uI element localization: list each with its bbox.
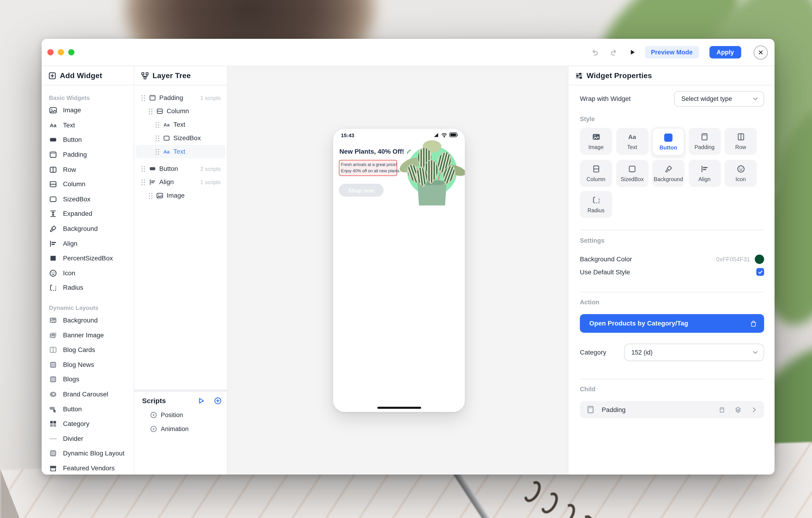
- phone-preview[interactable]: 15:43 New Plants, 40% Off! Fresh arrival…: [333, 129, 465, 412]
- scripts-count-badge: 1 scripts: [200, 179, 221, 185]
- tree-node-sizedbox[interactable]: SizedBox: [136, 131, 226, 145]
- sidebar-item-category[interactable]: Category: [42, 417, 134, 431]
- background-color-swatch[interactable]: [755, 254, 764, 264]
- drag-handle-icon[interactable]: [141, 165, 146, 172]
- apply-button[interactable]: Apply: [709, 46, 741, 58]
- script-item-animation[interactable]: Animation: [140, 425, 222, 433]
- sidebar-item-label: Brand Carousel: [63, 391, 108, 398]
- tree-node-text-selected[interactable]: Aa Text: [136, 145, 226, 158]
- sidebar-item-row[interactable]: Row: [42, 162, 134, 177]
- script-item-position[interactable]: Position: [140, 411, 222, 419]
- tree-node-column[interactable]: Column: [136, 104, 226, 118]
- padding-icon: [49, 151, 57, 159]
- child-section-label: Child: [580, 386, 764, 393]
- sidebar-item-percentsizedbox[interactable]: PercentSizedBox: [42, 251, 134, 266]
- sidebar-item-label: SizedBox: [63, 195, 90, 203]
- sidebar-item-banner-image[interactable]: Banner Image: [42, 328, 134, 343]
- sidebar-item-text[interactable]: Aa Text: [42, 118, 134, 133]
- redo-icon[interactable]: [609, 48, 618, 57]
- style-option-sizedbox[interactable]: SizedBox: [616, 160, 648, 187]
- style-option-padding[interactable]: Padding: [689, 128, 721, 155]
- script-item-label: Animation: [161, 425, 188, 433]
- close-traffic-light[interactable]: [48, 49, 54, 55]
- style-option-icon[interactable]: Icon: [725, 160, 757, 187]
- list-icon: [49, 449, 57, 458]
- wrap-widget-select-value: Select widget type: [681, 95, 732, 102]
- drag-handle-icon[interactable]: [148, 108, 153, 115]
- chevron-down-icon: [752, 96, 758, 102]
- sidebar-item-dyn-button[interactable]: Button: [42, 402, 134, 417]
- design-canvas[interactable]: 15:43 New Plants, 40% Off! Fresh arrival…: [228, 66, 568, 475]
- style-option-row[interactable]: Row: [725, 128, 757, 155]
- run-scripts-icon[interactable]: [197, 397, 205, 404]
- tree-node-align[interactable]: Align 1 scripts: [136, 176, 226, 189]
- style-option-align[interactable]: Align: [689, 160, 721, 187]
- tree-node-padding[interactable]: Padding 1 scripts: [136, 91, 226, 104]
- action-section-label: Action: [580, 299, 764, 306]
- archive-icon[interactable]: [718, 406, 725, 413]
- sidebar-item-image[interactable]: Image: [42, 103, 134, 118]
- drag-handle-icon[interactable]: [155, 148, 160, 155]
- tree-node-image[interactable]: Image: [136, 189, 226, 202]
- tree-node-text[interactable]: Aa Text: [136, 118, 226, 131]
- sidebar-item-radius[interactable]: Radius: [42, 281, 134, 296]
- tree-node-button[interactable]: Button 2 scripts: [136, 162, 226, 176]
- chevron-right-icon[interactable]: [751, 406, 758, 413]
- sidebar-item-column[interactable]: Column: [42, 177, 134, 192]
- wrap-widget-select[interactable]: Select widget type: [674, 91, 764, 107]
- sidebar-item-button[interactable]: Button: [42, 132, 134, 147]
- undo-icon[interactable]: [590, 48, 599, 57]
- scripts-count-badge: 2 scripts: [200, 165, 221, 172]
- minimize-traffic-light[interactable]: [58, 49, 64, 55]
- style-option-background[interactable]: Background: [652, 160, 685, 187]
- scripts-count-badge: 1 scripts: [200, 95, 221, 101]
- category-select[interactable]: 152 (id): [624, 344, 764, 361]
- style-option-text[interactable]: Aa Text: [616, 128, 648, 155]
- use-default-style-checkbox[interactable]: [756, 268, 764, 276]
- drag-handle-icon[interactable]: [155, 135, 160, 142]
- sidebar-item-background[interactable]: Background: [42, 221, 134, 236]
- sidebar-item-label: Icon: [63, 270, 76, 277]
- row-icon: [49, 165, 57, 174]
- sidebar-item-align[interactable]: Align: [42, 236, 134, 251]
- zoom-traffic-light[interactable]: [68, 49, 75, 55]
- sidebar-item-blog-news[interactable]: Blog News: [42, 357, 134, 372]
- text-icon: Aa: [628, 132, 637, 141]
- app-window: Preview Mode Apply ✕ Add Widget Basic Wi…: [42, 39, 775, 475]
- drag-handle-icon[interactable]: [155, 121, 160, 128]
- open-products-action-button[interactable]: Open Products by Category/Tag: [580, 314, 764, 333]
- scripts-section: Scripts Position Animation: [134, 390, 227, 475]
- child-widget-row[interactable]: Padding: [580, 401, 764, 418]
- style-option-image[interactable]: Image: [580, 128, 612, 155]
- sidebar-item-brand-carousel[interactable]: Brand Carousel: [42, 387, 134, 402]
- style-option-radius[interactable]: Radius: [580, 191, 612, 218]
- sidebar-item-featured-vendors[interactable]: Featured Vendors: [42, 461, 134, 475]
- preview-mode-button[interactable]: Preview Mode: [645, 46, 699, 58]
- drag-handle-icon[interactable]: [141, 179, 146, 186]
- column-icon: [49, 180, 57, 188]
- add-script-icon[interactable]: [214, 397, 222, 404]
- sidebar-item-divider[interactable]: Divider: [42, 431, 134, 446]
- selected-text-widget[interactable]: Fresh arrivals at a great price! Enjoy 4…: [339, 160, 397, 176]
- shop-now-button[interactable]: Shop now: [339, 184, 383, 197]
- sidebar-item-label: Image: [63, 107, 81, 114]
- drag-handle-icon[interactable]: [141, 94, 146, 101]
- sidebar-item-blogs[interactable]: Blogs: [42, 372, 134, 387]
- sidebar-item-dyn-background[interactable]: Background: [42, 313, 134, 328]
- layers-icon[interactable]: [734, 406, 742, 413]
- close-icon[interactable]: ✕: [754, 45, 767, 59]
- run-icon[interactable]: [628, 48, 636, 57]
- sidebar-item-blog-cards[interactable]: Blog Cards: [42, 342, 134, 357]
- chevron-down-icon: [752, 349, 758, 356]
- tree-node-label: Align: [160, 179, 174, 186]
- sidebar-item-icon[interactable]: Icon: [42, 266, 134, 281]
- align-icon: [700, 164, 709, 174]
- sidebar-item-expanded[interactable]: Expanded: [42, 207, 134, 221]
- drag-handle-icon[interactable]: [148, 192, 153, 199]
- sidebar-item-dynamic-blog-layout[interactable]: Dynamic Blog Layout: [42, 446, 134, 461]
- sidebar-item-padding[interactable]: Padding: [42, 147, 134, 162]
- style-option-column[interactable]: Column: [580, 160, 612, 187]
- style-option-button[interactable]: Button: [652, 128, 685, 156]
- sidebar-item-sizedbox[interactable]: SizedBox: [42, 192, 134, 207]
- circled-play-icon: [150, 425, 157, 433]
